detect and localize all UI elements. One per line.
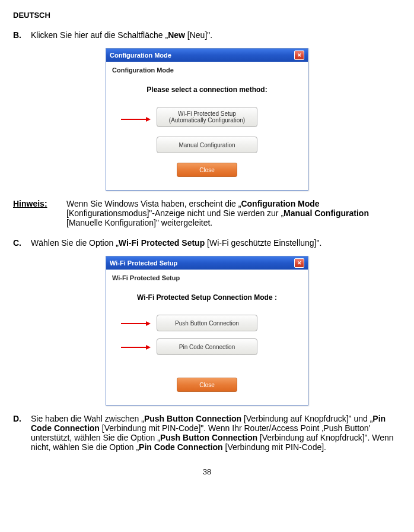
hinweis-label: Hinweis:	[13, 199, 66, 227]
text-bold: Manual Configuration	[284, 208, 369, 218]
text-bold: Wi-Fi Protected Setup	[119, 238, 205, 248]
step-c-text: Wählen Sie die Option „Wi-Fi Protected S…	[31, 238, 401, 248]
wifi-protected-setup-button[interactable]: Wi-Fi Protected Setup (Automatically Con…	[157, 107, 257, 127]
section-heading: Wi-Fi Protected Setup	[106, 273, 308, 285]
text-bold: Configuration Mode	[241, 199, 319, 208]
step-c-letter: C.	[13, 238, 31, 248]
titlebar: Wi-Fi Protected Setup ✕	[106, 256, 308, 270]
svg-marker-1	[146, 117, 151, 122]
step-b: B. Klicken Sie hier auf die Schaltfläche…	[13, 30, 401, 40]
button-stack: Push Button Connection Pin Code Connecti…	[106, 315, 308, 398]
screenshot-2-wrap: Wi-Fi Protected Setup ✕ Wi-Fi Protected …	[13, 256, 401, 406]
window-wps: Wi-Fi Protected Setup ✕ Wi-Fi Protected …	[106, 256, 308, 406]
text: Wenn Sie Windows Vista haben, erscheint …	[66, 199, 241, 208]
titlebar: Configuration Mode ✕	[106, 49, 308, 62]
step-b-text: Klicken Sie hier auf die Schaltfläche „N…	[31, 30, 401, 40]
step-d: D. Sie haben die Wahl zwischen „Push But…	[13, 414, 401, 452]
arrow-icon	[121, 116, 151, 118]
window-config-mode: Configuration Mode ✕ Configuration Mode …	[106, 48, 308, 191]
text-bold: Push Button Connection	[160, 433, 257, 442]
text: [Manuelle Konfiguration]" weitergeleitet…	[66, 218, 212, 227]
page-header: DEUTSCH	[13, 11, 401, 20]
step-c: C. Wählen Sie die Option „Wi-Fi Protecte…	[13, 238, 401, 248]
svg-marker-5	[146, 345, 151, 350]
hinweis-note: Hinweis: Wenn Sie Windows Vista haben, e…	[13, 199, 401, 227]
window-body: Wi-Fi Protected Setup Wi-Fi Protected Se…	[106, 270, 308, 405]
button-label-line1: Wi-Fi Protected Setup	[169, 110, 245, 117]
page-number: 38	[13, 467, 401, 476]
prompt-message: Wi-Fi Protected Setup Connection Mode :	[106, 285, 308, 315]
text: [Neu]".	[185, 30, 212, 40]
step-d-text: Sie haben die Wahl zwischen „Push Button…	[31, 414, 401, 452]
hinweis-body: Wenn Sie Windows Vista haben, erscheint …	[66, 199, 401, 227]
window-body: Configuration Mode Please select a conne…	[106, 62, 308, 190]
text: [Konfigurationsmodus]"-Anzeige nicht und…	[66, 208, 284, 218]
text-bold: New	[168, 30, 185, 40]
window-title: Configuration Mode	[110, 52, 171, 59]
push-button-connection-button[interactable]: Push Button Connection	[157, 315, 257, 331]
text: [Wi-Fi geschützte Einstellung]".	[205, 238, 321, 248]
text: [Verbindung mit PIN-Code].	[223, 442, 326, 452]
text: [Verbindung auf Knopfdruck]" und „	[241, 414, 372, 423]
svg-marker-3	[146, 321, 151, 326]
arrow-icon	[121, 344, 151, 346]
arrow-icon	[121, 321, 151, 322]
close-button[interactable]: Close	[177, 163, 237, 177]
window-title: Wi-Fi Protected Setup	[110, 259, 177, 267]
manual-configuration-button[interactable]: Manual Configuration	[157, 137, 257, 153]
close-icon[interactable]: ✕	[294, 50, 304, 60]
prompt-message: Please select a connection method:	[106, 77, 308, 107]
screenshot-1-wrap: Configuration Mode ✕ Configuration Mode …	[13, 48, 401, 191]
step-d-letter: D.	[13, 414, 31, 452]
close-button[interactable]: Close	[177, 378, 237, 392]
pin-code-connection-button[interactable]: Pin Code Connection	[157, 338, 257, 355]
section-heading: Configuration Mode	[106, 65, 308, 77]
button-label-line2: (Automatically Configuration)	[169, 117, 245, 124]
close-icon[interactable]: ✕	[294, 258, 304, 268]
button-stack: Wi-Fi Protected Setup (Automatically Con…	[106, 107, 308, 183]
step-b-letter: B.	[13, 30, 31, 40]
text-bold: Push Button Connection	[144, 414, 241, 423]
text-bold: Pin Code Connection	[139, 442, 223, 452]
text: Klicken Sie hier auf die Schaltfläche „	[31, 30, 168, 40]
text: Wählen Sie die Option „	[31, 238, 119, 248]
text: Sie haben die Wahl zwischen „	[31, 414, 144, 423]
